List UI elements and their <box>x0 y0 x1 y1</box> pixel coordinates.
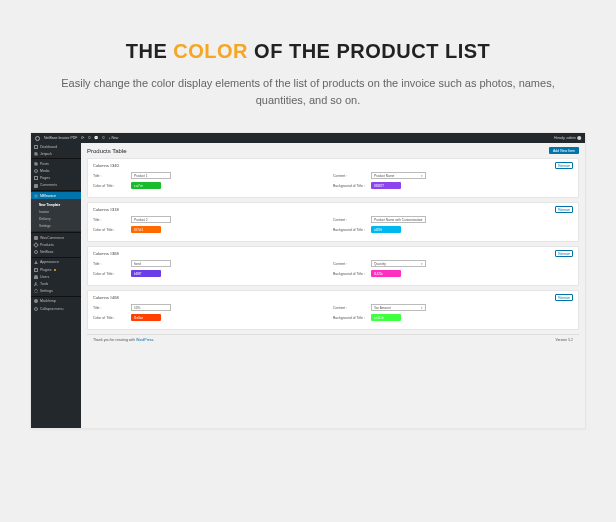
howdy-user[interactable]: Howdy, admin ⬤ <box>554 136 581 140</box>
tools-icon <box>34 282 38 286</box>
panel-heading: Columns #340 <box>93 163 119 168</box>
main-content: Products Table Add New Item Columns #340… <box>81 143 585 428</box>
wb-icon <box>34 194 38 198</box>
sidebar-item-media[interactable]: Media <box>31 168 81 175</box>
hero-subtitle: Easily change the color display elements… <box>50 75 566 108</box>
hero-title: THE COLOR OF THE PRODUCT LIST <box>30 40 586 63</box>
sidebar-item-nbinvoice[interactable]: NBInvoice <box>31 192 81 199</box>
dash-icon <box>34 145 38 149</box>
sidebar-item-settings[interactable]: Settings <box>31 288 81 295</box>
remove-button[interactable]: Remove <box>555 162 573 169</box>
color-of-title-swatch[interactable]: f1e0ae <box>131 314 161 321</box>
admin-footer: Thank you for creating with WordPress. V… <box>87 334 579 345</box>
bg-of-title-label: Background of Title : <box>333 228 368 232</box>
appearance-icon <box>34 260 38 264</box>
add-new-item-button[interactable]: Add New Item <box>549 147 579 154</box>
title-input[interactable]: 10% <box>131 304 171 311</box>
title-input[interactable]: fixed <box>131 260 171 267</box>
content-select[interactable]: Product Name with Customization <box>371 216 426 223</box>
color-of-title-label: Color of Title : <box>93 272 128 276</box>
column-panel: Columns #318RemoveTitle :Product 2Conten… <box>87 202 579 242</box>
color-of-title-swatch[interactable]: c a7 m <box>131 182 161 189</box>
woo-icon <box>34 236 38 240</box>
title-label: Title : <box>93 218 128 222</box>
sidebar-item-appearance[interactable]: Appearance <box>31 259 81 266</box>
new-link[interactable]: + New <box>108 136 118 140</box>
sidebar-item-posts[interactable]: Posts <box>31 160 81 167</box>
content-label: Content : <box>333 306 368 310</box>
comments-icon[interactable]: 💬 <box>94 136 98 140</box>
collapse-icon <box>34 307 38 311</box>
plugins-icon <box>34 268 38 272</box>
site-name[interactable]: NetBase Invoice PDF <box>44 136 77 140</box>
bg-of-title-label: Background of Title : <box>333 316 368 320</box>
page-title: Products Table <box>87 148 127 154</box>
products-icon <box>34 243 38 247</box>
column-panel: Columns #468RemoveTitle :10%Content :Tax… <box>87 290 579 330</box>
sidebar-item-netbase[interactable]: NetBase <box>31 249 81 256</box>
title-label: Title : <box>93 174 128 178</box>
sidebar-item-collapse-menu[interactable]: Collapse menu <box>31 305 81 312</box>
bg-of-title-swatch[interactable]: f1422c <box>371 270 401 277</box>
remove-button[interactable]: Remove <box>555 250 573 257</box>
sidebar-item-dashboard[interactable]: Dashboard <box>31 143 81 150</box>
sidebar-item-woocommerce[interactable]: WooCommerce <box>31 234 81 241</box>
title-input[interactable]: Product 2 <box>131 216 171 223</box>
screenshot-frame: NetBase Invoice PDF ⟳ 0 💬 0 + New Howdy,… <box>30 132 586 429</box>
updates-icon[interactable]: ⟳ <box>81 136 84 140</box>
comments-icon <box>34 184 38 188</box>
bg-of-title-swatch[interactable]: ae110e <box>371 314 401 321</box>
column-panel: Columns #368RemoveTitle :fixedContent :Q… <box>87 246 579 286</box>
color-of-title-label: Color of Title : <box>93 228 128 232</box>
wordpress-link[interactable]: WordPress <box>136 338 153 342</box>
wp-admin-bar: NetBase Invoice PDF ⟳ 0 💬 0 + New Howdy,… <box>31 133 585 143</box>
sidebar-item-plugins[interactable]: Plugins <box>31 266 81 273</box>
sidebar-item-comments[interactable]: Comments <box>31 182 81 189</box>
title-label: Title : <box>93 262 128 266</box>
posts-icon <box>34 152 38 156</box>
panel-heading: Columns #368 <box>93 251 119 256</box>
bg-of-title-swatch[interactable]: 018877 <box>371 182 401 189</box>
column-panel: Columns #340RemoveTitle :Product 1Conten… <box>87 158 579 198</box>
sidebar-sub-new-template[interactable]: New Template <box>31 201 81 208</box>
sidebar-item-tools[interactable]: Tools <box>31 280 81 287</box>
sidebar-sub-settings[interactable]: Settings <box>31 222 81 229</box>
color-of-title-label: Color of Title : <box>93 316 128 320</box>
wp-logo-icon[interactable] <box>35 136 40 141</box>
posts-icon <box>34 162 38 166</box>
sidebar-item-products[interactable]: Products <box>31 242 81 249</box>
bg-of-title-label: Background of Title : <box>333 272 368 276</box>
bg-of-title-label: Background of Title : <box>333 184 368 188</box>
remove-button[interactable]: Remove <box>555 206 573 213</box>
admin-sidebar: DashboardJetpackPostsMediaPagesCommentsN… <box>31 143 81 428</box>
color-of-title-label: Color of Title : <box>93 184 128 188</box>
title-label: Title : <box>93 306 128 310</box>
content-select[interactable]: Tax Amount <box>371 304 426 311</box>
color-of-title-swatch[interactable]: bf2ff7 <box>131 270 161 277</box>
content-label: Content : <box>333 262 368 266</box>
remove-button[interactable]: Remove <box>555 294 573 301</box>
users-icon <box>34 275 38 279</box>
sidebar-item-users[interactable]: Users <box>31 273 81 280</box>
title-input[interactable]: Product 1 <box>131 172 171 179</box>
version-text: Version 5.2 <box>555 338 573 342</box>
bg-of-title-swatch[interactable]: a929f <box>371 226 401 233</box>
color-of-title-swatch[interactable]: 0f 7d:1 <box>131 226 161 233</box>
panel-heading: Columns #468 <box>93 295 119 300</box>
mailchimp-icon <box>34 299 38 303</box>
sidebar-sub-delivery[interactable]: Delivery <box>31 215 81 222</box>
sidebar-sub-invoice[interactable]: Invoice <box>31 208 81 215</box>
content-label: Content : <box>333 174 368 178</box>
update-badge <box>54 269 56 271</box>
content-label: Content : <box>333 218 368 222</box>
panel-heading: Columns #318 <box>93 207 119 212</box>
sidebar-item-mailchimp[interactable]: Mailchimp <box>31 298 81 305</box>
content-select[interactable]: Product Name <box>371 172 426 179</box>
content-select[interactable]: Quantity <box>371 260 426 267</box>
settings-icon <box>34 289 38 293</box>
media-icon <box>34 169 38 173</box>
sidebar-item-jetpack[interactable]: Jetpack <box>31 150 81 157</box>
sidebar-item-pages[interactable]: Pages <box>31 175 81 182</box>
pages-icon <box>34 176 38 180</box>
globe-icon <box>34 250 38 254</box>
